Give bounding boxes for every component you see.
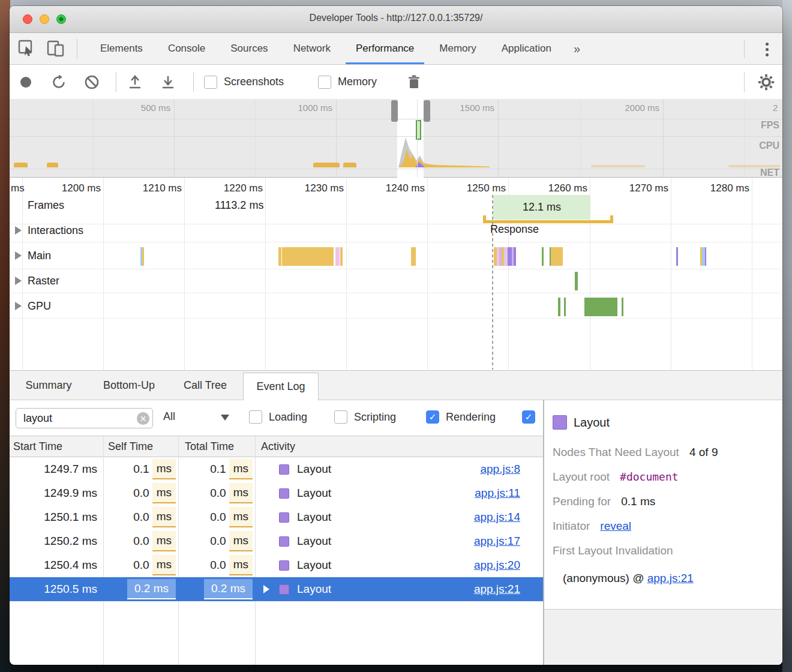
screenshots-label[interactable]: Screenshots — [224, 65, 284, 99]
memory-checkbox[interactable] — [318, 65, 331, 99]
main-event-bar[interactable] — [411, 247, 416, 266]
Rendering-checkbox[interactable]: ✓ — [426, 410, 439, 424]
details-field: Pending for0.1 ms — [553, 489, 776, 514]
checkbox-label[interactable]: Scripting — [354, 411, 396, 424]
tab-elements[interactable]: Elements — [88, 33, 155, 64]
source-link[interactable]: app.js:20 — [474, 559, 520, 572]
table-row[interactable]: 1250.2 ms0.0ms0.0msLayoutapp.js:17 — [10, 529, 543, 553]
tab-application[interactable]: Application — [489, 33, 564, 64]
more-options-icon[interactable] — [762, 40, 772, 59]
record-icon[interactable] — [18, 65, 34, 99]
activity-cell: Layoutapp.js:11 — [255, 481, 543, 505]
expand-triangle-icon[interactable] — [15, 277, 22, 285]
tab-sources[interactable]: Sources — [218, 33, 280, 64]
event-color-swatch — [279, 464, 289, 475]
source-link[interactable]: app.js:14 — [474, 511, 520, 524]
expand-triangle-icon[interactable] — [15, 302, 22, 310]
gear-icon[interactable] — [757, 65, 775, 99]
tab-event-log[interactable]: Event Log — [243, 373, 319, 400]
main-event-bar[interactable] — [542, 247, 544, 266]
filter-checkbox-group: Scripting — [334, 410, 396, 424]
tab-bottom-up[interactable]: Bottom-Up — [94, 371, 164, 400]
checkbox-label[interactable]: Rendering — [446, 411, 496, 424]
column-header-start-time[interactable]: Start Time — [10, 440, 103, 453]
flame-lane-label-frames[interactable]: Frames — [28, 199, 64, 212]
flame-lane-label-main[interactable]: Main — [28, 250, 51, 262]
source-link[interactable]: app.js:21 — [474, 583, 520, 596]
toolbar-divider — [744, 72, 745, 92]
gpu-event-bar[interactable] — [622, 298, 623, 316]
stack-source-link[interactable]: app.js:21 — [647, 572, 694, 584]
load-profile-icon[interactable] — [126, 65, 144, 99]
event-color-swatch — [279, 488, 289, 499]
source-link[interactable]: app.js:17 — [474, 535, 520, 548]
field-label: Layout root — [553, 470, 610, 484]
filter-input[interactable] — [16, 408, 153, 428]
column-header-total-time[interactable]: Total Time — [178, 436, 255, 457]
column-header-self-time[interactable]: Self Time — [103, 436, 178, 457]
tab-console[interactable]: Console — [155, 33, 218, 64]
event-color-swatch — [553, 415, 567, 430]
tab-memory[interactable]: Memory — [427, 33, 488, 64]
table-row[interactable]: 1250.4 ms0.0ms0.0msLayoutapp.js:20 — [10, 553, 543, 577]
flame-lane-label-gpu[interactable]: GPU — [28, 300, 51, 313]
clear-icon[interactable] — [83, 65, 101, 99]
gpu-event-bar[interactable] — [564, 298, 566, 316]
timeline-overview[interactable]: 500 ms1000 ms1500 ms2000 ms2FPSCPUNET — [10, 99, 782, 178]
wallpaper-left — [0, 0, 10, 672]
device-toolbar-icon[interactable] — [47, 40, 66, 58]
checkbox-label[interactable]: Loading — [269, 411, 307, 424]
main-event-bar[interactable] — [340, 247, 343, 266]
filter-checkbox-group: Loading — [249, 410, 307, 424]
start-time-cell: 1249.7 ms — [10, 463, 103, 476]
inspect-element-icon[interactable] — [18, 40, 36, 58]
Loading-checkbox[interactable] — [249, 410, 262, 424]
chevron-down-icon[interactable] — [221, 415, 229, 421]
overflow-tabs-icon[interactable]: » — [564, 33, 590, 64]
column-header-activity[interactable]: Activity — [255, 436, 543, 457]
tab-summary[interactable]: Summary — [17, 371, 80, 400]
tab-performance[interactable]: Performance — [343, 33, 427, 64]
time-highlight-box: 0.2 ms — [127, 579, 176, 599]
main-event-bar[interactable] — [282, 247, 334, 266]
field-value[interactable]: reveal — [600, 520, 631, 533]
screenshots-checkbox[interactable] — [204, 65, 217, 99]
gpu-event-bar[interactable] — [558, 298, 560, 316]
duration-filter-select[interactable]: All — [163, 410, 175, 423]
performance-toolbar: Screenshots Memory — [10, 65, 782, 99]
table-row[interactable]: 1249.7 ms0.1ms0.1msLayoutapp.js:8 — [10, 457, 543, 481]
table-row[interactable]: 1250.5 ms0.2 ms0.2 msLayoutapp.js:21 — [10, 577, 543, 601]
main-event-bar[interactable] — [676, 247, 678, 266]
source-link[interactable]: app.js:8 — [480, 463, 520, 476]
expanded-triangle-icon[interactable] — [263, 585, 269, 593]
memory-label[interactable]: Memory — [338, 65, 377, 99]
Scripting-checkbox[interactable] — [334, 410, 347, 424]
expand-triangle-icon[interactable] — [15, 251, 22, 260]
main-event-bar[interactable] — [278, 247, 281, 266]
main-event-bar[interactable] — [494, 247, 516, 266]
source-link[interactable]: app.js:11 — [475, 487, 520, 500]
tab-call-tree[interactable]: Call Tree — [178, 371, 233, 400]
main-event-bar[interactable] — [705, 247, 706, 266]
clear-filter-icon[interactable]: ✕ — [137, 412, 149, 425]
main-event-bar[interactable] — [142, 247, 144, 266]
table-row[interactable]: 1249.9 ms0.0ms0.0msLayoutapp.js:11 — [10, 481, 543, 505]
raster-event-bar[interactable] — [575, 272, 578, 290]
reload-icon[interactable] — [50, 65, 67, 99]
save-profile-icon[interactable] — [159, 65, 177, 99]
extra-checkbox[interactable]: ✓ — [522, 410, 535, 424]
total-time-cell: 0.2 ms — [178, 577, 255, 601]
main-event-bar[interactable] — [335, 247, 340, 266]
trash-icon[interactable] — [406, 65, 422, 99]
flame-chart[interactable]: 12.1 ms 1113.2 ms Response ms1200 ms1210… — [10, 178, 782, 371]
flame-lane-label-interactions[interactable]: Interactions — [28, 224, 83, 237]
details-field: Layout root#document — [553, 464, 776, 489]
expand-triangle-icon[interactable] — [15, 226, 22, 235]
tab-network[interactable]: Network — [281, 33, 343, 64]
table-row[interactable]: 1250.1 ms0.0ms0.0msLayoutapp.js:14 — [10, 505, 543, 529]
main-event-bar[interactable] — [551, 247, 563, 266]
gpu-event-bar[interactable] — [584, 298, 617, 316]
selection-right-handle[interactable] — [424, 100, 430, 122]
selection-left-handle[interactable] — [391, 100, 398, 122]
flame-lane-label-raster[interactable]: Raster — [28, 275, 59, 287]
